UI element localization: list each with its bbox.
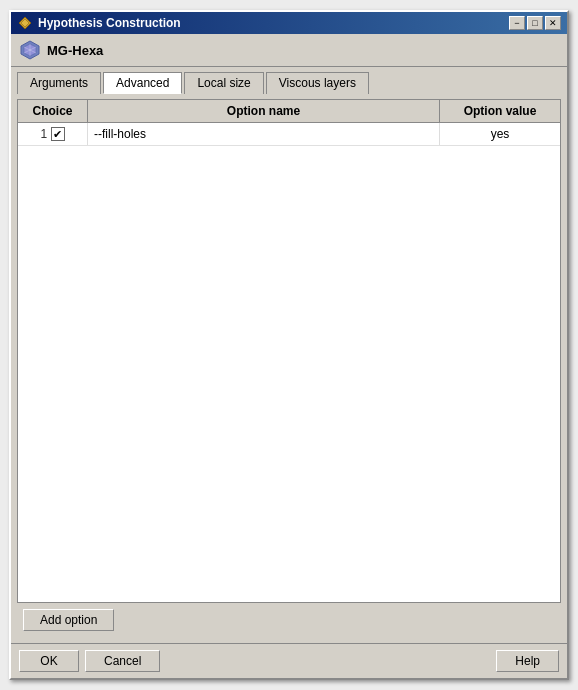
col-option-name: Option name bbox=[88, 100, 440, 122]
footer-left-buttons: OK Cancel bbox=[19, 650, 160, 672]
row-choice-cell: 1 ✔ bbox=[18, 123, 88, 145]
content-area: Choice Option name Option value 1 ✔ --fi… bbox=[11, 93, 567, 643]
app-icon bbox=[17, 15, 33, 31]
close-button[interactable]: ✕ bbox=[545, 16, 561, 30]
row-checkbox[interactable]: ✔ bbox=[51, 127, 65, 141]
options-table: Choice Option name Option value 1 ✔ --fi… bbox=[17, 99, 561, 603]
titlebar: Hypothesis Construction − □ ✕ bbox=[11, 12, 567, 34]
tab-viscous-layers[interactable]: Viscous layers bbox=[266, 72, 369, 94]
help-button[interactable]: Help bbox=[496, 650, 559, 672]
bottom-area: Add option bbox=[17, 603, 561, 637]
window-title: Hypothesis Construction bbox=[38, 16, 181, 30]
main-window: Hypothesis Construction − □ ✕ MG-Hexa Ar… bbox=[9, 10, 569, 680]
table-header: Choice Option name Option value bbox=[18, 100, 560, 123]
tab-advanced[interactable]: Advanced bbox=[103, 72, 182, 94]
ok-button[interactable]: OK bbox=[19, 650, 79, 672]
tab-local-size[interactable]: Local size bbox=[184, 72, 263, 94]
app-name: MG-Hexa bbox=[47, 43, 103, 58]
table-body: 1 ✔ --fill-holes yes bbox=[18, 123, 560, 602]
app-title-bar: MG-Hexa bbox=[11, 34, 567, 67]
mg-hexa-icon bbox=[19, 39, 41, 61]
row-option-value[interactable]: yes bbox=[440, 123, 560, 145]
maximize-button[interactable]: □ bbox=[527, 16, 543, 30]
tab-bar: Arguments Advanced Local size Viscous la… bbox=[11, 67, 567, 93]
titlebar-left: Hypothesis Construction bbox=[17, 15, 181, 31]
titlebar-buttons: − □ ✕ bbox=[509, 16, 561, 30]
tab-arguments[interactable]: Arguments bbox=[17, 72, 101, 94]
add-option-button[interactable]: Add option bbox=[23, 609, 114, 631]
minimize-button[interactable]: − bbox=[509, 16, 525, 30]
row-number: 1 bbox=[40, 127, 47, 141]
cancel-button[interactable]: Cancel bbox=[85, 650, 160, 672]
footer: OK Cancel Help bbox=[11, 643, 567, 678]
col-option-value: Option value bbox=[440, 100, 560, 122]
col-choice: Choice bbox=[18, 100, 88, 122]
table-row: 1 ✔ --fill-holes yes bbox=[18, 123, 560, 146]
row-option-name[interactable]: --fill-holes bbox=[88, 123, 440, 145]
